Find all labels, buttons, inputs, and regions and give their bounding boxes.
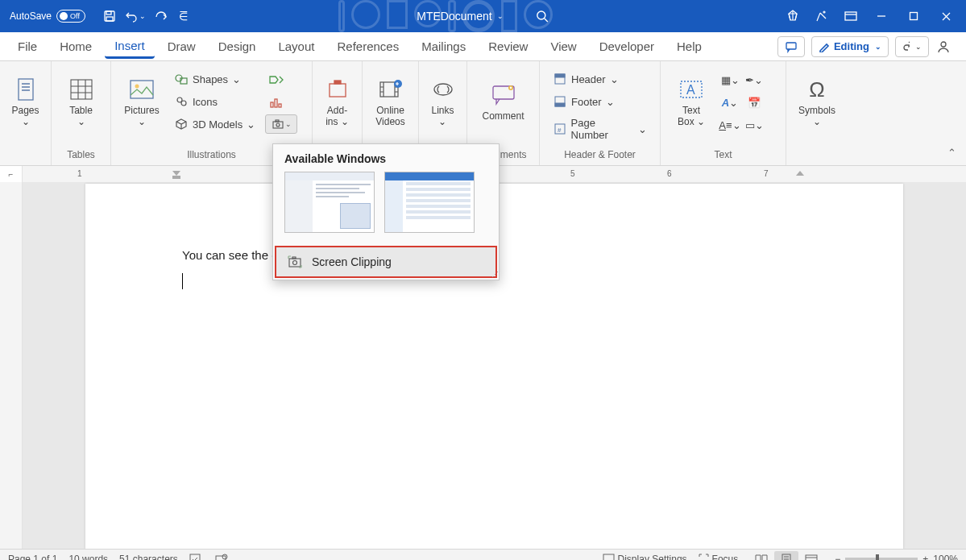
- premium-icon[interactable]: [779, 5, 806, 27]
- tab-help[interactable]: Help: [667, 35, 711, 58]
- svg-rect-7: [910, 13, 918, 20]
- svg-point-24: [276, 123, 280, 127]
- svg-point-11: [941, 42, 946, 47]
- character-count[interactable]: 51 characters: [119, 554, 178, 561]
- wordart-button[interactable]: A⌄: [719, 92, 741, 113]
- zoom-slider[interactable]: [845, 558, 918, 561]
- svg-rect-48: [603, 554, 614, 560]
- minimize-button[interactable]: [866, 3, 897, 29]
- object-button[interactable]: ▭⌄: [743, 114, 765, 135]
- spellcheck-icon[interactable]: [189, 554, 204, 561]
- svg-rect-27: [334, 81, 341, 84]
- window-thumbnail-1[interactable]: [284, 172, 375, 233]
- svg-rect-42: [289, 259, 301, 267]
- svg-rect-46: [216, 556, 226, 561]
- svg-point-43: [293, 261, 297, 265]
- signature-button[interactable]: ✒⌄: [743, 69, 765, 90]
- links-button[interactable]: Links⌄: [427, 64, 458, 139]
- svg-rect-1: [106, 11, 111, 15]
- web-layout-button[interactable]: [799, 551, 823, 561]
- tab-references[interactable]: References: [327, 35, 408, 58]
- quickparts-button[interactable]: ▦⌄: [719, 69, 741, 90]
- addins-button[interactable]: Add- ins ⌄: [321, 64, 354, 139]
- focus-button[interactable]: Focus: [699, 554, 739, 561]
- maximize-button[interactable]: [898, 3, 929, 29]
- tab-file[interactable]: File: [8, 35, 47, 58]
- comments-toggle[interactable]: [777, 36, 805, 57]
- svg-text:#: #: [558, 127, 562, 134]
- qat-customize-button[interactable]: ⋶: [176, 5, 190, 27]
- icons-button[interactable]: Icons: [169, 92, 260, 111]
- svg-rect-22: [279, 104, 281, 107]
- chart-button[interactable]: [265, 92, 288, 113]
- redo-button[interactable]: [150, 5, 172, 27]
- read-mode-button[interactable]: [749, 551, 773, 561]
- footer-button[interactable]: Footer ⌄: [548, 92, 652, 111]
- svg-point-3: [537, 11, 545, 19]
- vertical-ruler[interactable]: [0, 182, 23, 549]
- zoom-in-button[interactable]: +: [922, 554, 928, 561]
- tab-view[interactable]: View: [541, 35, 586, 58]
- close-button[interactable]: [931, 3, 961, 29]
- zoom-level[interactable]: 100%: [933, 554, 958, 561]
- resize-handle-icon[interactable]: ⋰: [491, 271, 497, 279]
- display-settings-button[interactable]: Display Settings: [603, 554, 687, 561]
- svg-rect-25: [276, 120, 279, 122]
- 3d-models-button[interactable]: 3D Models ⌄: [169, 114, 260, 134]
- popup-title: Available Windows: [273, 144, 499, 172]
- page-number-button[interactable]: #Page Number ⌄: [548, 114, 652, 143]
- autosave-label: AutoSave: [10, 10, 52, 22]
- share-button[interactable]: ⌄: [895, 36, 929, 57]
- tab-developer[interactable]: Developer: [590, 35, 664, 58]
- document-title[interactable]: MTEDocument ⌄: [417, 10, 503, 23]
- screenshot-button[interactable]: ⌄: [265, 114, 297, 134]
- svg-rect-14: [131, 81, 153, 98]
- smartart-button[interactable]: [265, 69, 288, 90]
- tab-layout[interactable]: Layout: [268, 35, 324, 58]
- print-layout-button[interactable]: [774, 551, 798, 561]
- editing-mode-button[interactable]: Editing⌄: [811, 36, 889, 57]
- camera-icon: [288, 255, 302, 268]
- ribbon-display-icon[interactable]: [837, 5, 864, 27]
- undo-button[interactable]: ⌄: [124, 5, 147, 27]
- svg-rect-20: [271, 102, 273, 107]
- tab-home[interactable]: Home: [50, 35, 102, 58]
- search-icon[interactable]: [536, 10, 549, 23]
- svg-rect-21: [275, 99, 277, 107]
- svg-rect-41: [172, 176, 180, 179]
- macro-icon[interactable]: [215, 554, 230, 561]
- account-icon[interactable]: [935, 39, 958, 55]
- screen-clipping-button[interactable]: Screen Clipping: [275, 246, 497, 278]
- svg-rect-34: [555, 74, 565, 77]
- symbols-button[interactable]: ΩSymbols⌄: [794, 64, 840, 139]
- tab-design[interactable]: Design: [209, 35, 266, 58]
- tab-review[interactable]: Review: [479, 35, 537, 58]
- svg-point-47: [222, 554, 227, 559]
- window-thumbnail-2[interactable]: [384, 172, 475, 233]
- comment-button[interactable]: Comment: [475, 64, 531, 139]
- autosave-toggle[interactable]: AutoSave Off: [5, 10, 90, 23]
- shapes-button[interactable]: Shapes ⌄: [169, 69, 260, 89]
- zoom-out-button[interactable]: −: [835, 554, 840, 561]
- textbox-button[interactable]: AText Box ⌄: [669, 64, 714, 139]
- header-button[interactable]: Header ⌄: [548, 69, 652, 89]
- svg-rect-26: [330, 84, 346, 97]
- svg-text:A: A: [686, 83, 695, 97]
- svg-rect-13: [71, 80, 92, 99]
- tab-mailings[interactable]: Mailings: [412, 35, 475, 58]
- touch-mode-icon[interactable]: [808, 5, 835, 27]
- tab-draw[interactable]: Draw: [158, 35, 205, 58]
- pages-button[interactable]: Pages⌄: [8, 64, 43, 139]
- word-count[interactable]: 10 words: [68, 554, 108, 561]
- online-videos-button[interactable]: Online Videos: [371, 64, 410, 139]
- save-button[interactable]: [98, 5, 121, 27]
- tab-insert[interactable]: Insert: [105, 34, 155, 59]
- page-indicator[interactable]: Page 1 of 1: [8, 554, 57, 561]
- pictures-button[interactable]: Pictures⌄: [119, 64, 164, 139]
- dropcap-button[interactable]: A≡⌄: [719, 114, 741, 135]
- screen-clipping-label: Screen Clipping: [312, 255, 392, 268]
- table-button[interactable]: Table⌄: [60, 64, 102, 139]
- collapse-ribbon-button[interactable]: ⌃: [947, 147, 956, 159]
- datetime-button[interactable]: 📅: [743, 92, 765, 113]
- header-footer-group-label: Header & Footer: [548, 146, 652, 165]
